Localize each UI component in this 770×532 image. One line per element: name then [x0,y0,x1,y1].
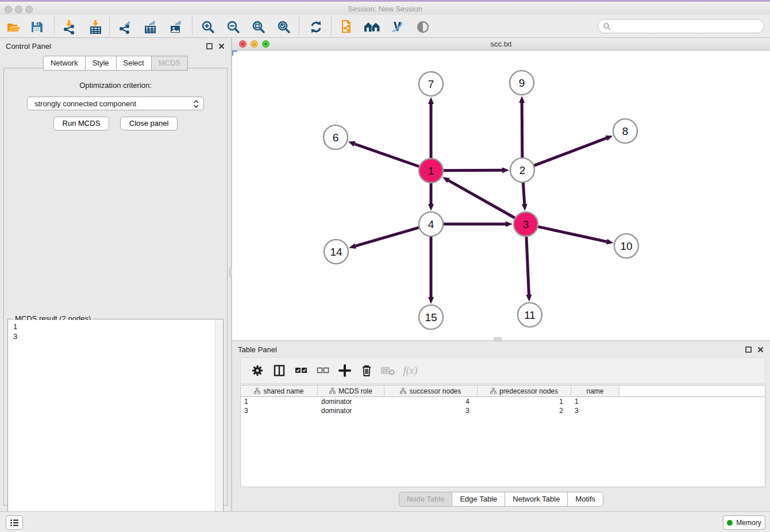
tab-motifs[interactable]: Motifs [568,492,603,507]
zoom-in-icon [201,20,215,34]
graph-node-label-2: 2 [519,164,526,176]
column-header-shared-name[interactable]: shared name [241,385,318,396]
open-session-button[interactable] [3,18,24,36]
graph-edge-3-10[interactable] [538,227,606,242]
float-panel-icon[interactable] [206,43,213,50]
network-window-titlebar[interactable]: × − + scc.txt [232,38,770,51]
column-header-successor-nodes[interactable]: successor nodes [384,385,478,396]
toolbar-separator [299,17,299,36]
apply-function-button[interactable]: f(x) [401,361,420,380]
import-table-button[interactable] [85,18,106,36]
export-table-button[interactable] [140,18,161,36]
graph-edge-2-8[interactable] [534,138,607,165]
memory-button[interactable]: Memory [723,515,765,530]
list-icon [10,519,19,527]
deselect-all-button[interactable] [313,361,333,380]
column-header-name[interactable]: name [571,385,619,396]
cell-name[interactable]: 3 [571,407,619,415]
cell-successor-nodes[interactable]: 4 [384,398,478,406]
save-session-button[interactable] [26,18,47,36]
graph-edge-2-9[interactable] [522,103,522,157]
criterion-select[interactable]: strongly connected component [27,97,204,110]
tab-network-table[interactable]: Network Table [505,492,568,507]
graph-node-label-15: 15 [425,311,437,323]
network-window-title: scc.txt [232,40,770,48]
close-panel-button[interactable]: Close panel [120,117,178,130]
control-panel-tabs: NetworkStyleSelectMCDS [0,55,231,70]
zoom-in-button[interactable] [198,18,218,36]
close-panel-icon[interactable] [218,43,225,50]
create-column-button[interactable] [335,361,355,380]
delete-table-button[interactable] [379,361,398,380]
cell-name[interactable]: 1 [571,398,619,406]
column-header-mcds-role[interactable]: MCDS role [318,385,384,396]
result-scrollbar[interactable] [215,320,222,532]
tab-node-table[interactable]: Node Table [399,492,453,507]
network-view-window: × − + scc.txt 7968124314101511 [232,38,770,340]
graph-edge-3-11[interactable] [526,237,529,295]
window-title: Session: New Session [0,5,770,13]
import-network-button[interactable] [59,18,79,36]
toggle-graphics-details-button[interactable] [387,18,408,36]
tab-style[interactable]: Style [86,56,117,71]
control-panel: Control Panel NetworkStyleSelectMCDS Opt… [0,38,231,511]
delete-column-button[interactable] [357,361,376,380]
run-mcds-button[interactable]: Run MCDS [53,117,110,130]
cell-shared-name[interactable]: 1 [241,398,318,406]
zoom-selected-button[interactable] [274,18,294,36]
first-neighbors-button[interactable] [362,18,383,36]
task-history-button[interactable] [6,515,23,530]
import-table-icon [88,20,103,34]
graph-edge-3-1[interactable] [448,180,514,218]
column-header-predecessor-nodes[interactable]: predecessor nodes [478,385,571,396]
zoom-fit-button[interactable] [248,18,269,36]
show-hide-button[interactable] [413,18,433,36]
graph-edge-1-2[interactable] [444,170,502,171]
tab-edge-table[interactable]: Edge Table [452,492,505,507]
function-icon: f(x) [403,365,418,377]
main-toolbar [0,15,770,38]
zoom-out-button[interactable] [223,18,244,36]
graph-edge-4-14[interactable] [356,228,419,246]
toolbar-separator [192,17,192,36]
import-network-icon [61,20,76,34]
cell-predecessor-nodes[interactable]: 1 [478,398,571,406]
clone-network-icon [340,20,355,34]
focus-indicator [232,51,237,56]
clone-network-button[interactable] [337,18,357,36]
memory-label: Memory [736,519,761,527]
cell-predecessor-nodes[interactable]: 2 [478,407,571,415]
float-panel-icon[interactable] [745,346,752,353]
tab-select[interactable]: Select [117,56,152,71]
table-panel-title: Table Panel [238,345,277,354]
zoom-fit-icon [251,20,266,34]
table-settings-button[interactable] [248,361,267,380]
cell-shared-name[interactable]: 3 [241,407,318,415]
graph-edge-1-6[interactable] [355,144,419,167]
show-columns-button[interactable] [270,361,289,380]
select-all-button[interactable] [291,361,311,380]
cell-mcds-role[interactable]: dominator [318,407,384,415]
table-row[interactable]: 1 dominator 4 1 1 [241,397,765,406]
search-input[interactable] [611,21,764,32]
graph-node-label-9: 9 [519,77,525,89]
save-icon [30,20,44,34]
eye-icon [415,20,431,34]
export-image-button[interactable] [165,18,186,36]
tab-network[interactable]: Network [43,56,86,71]
mcds-tab-content: Optimization criterion: strongly connect… [3,68,228,506]
export-image-icon [168,20,183,34]
refresh-view-button[interactable] [306,18,326,36]
delete-table-icon [381,365,396,376]
graph-edge-2-3[interactable] [523,183,524,204]
table-row[interactable]: 3 dominator 3 2 3 [241,406,765,415]
columns-icon [273,364,286,377]
tab-mcds[interactable]: MCDS [152,56,188,71]
export-network-button[interactable] [115,18,136,36]
splitter-grip[interactable] [494,337,502,341]
cell-successor-nodes[interactable]: 3 [384,407,478,415]
close-panel-icon[interactable] [757,346,764,353]
network-graph[interactable]: 7968124314101511 [232,51,770,340]
column-type-icon [329,388,336,394]
cell-mcds-role[interactable]: dominator [318,398,384,406]
